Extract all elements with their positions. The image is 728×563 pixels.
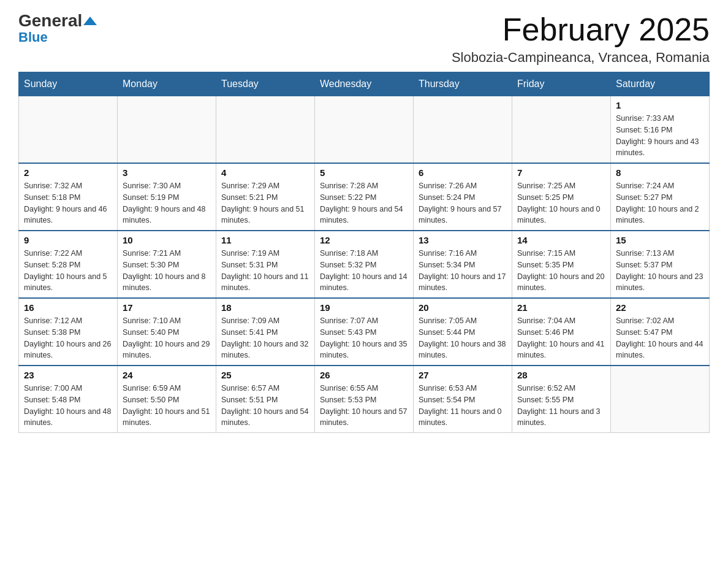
table-row: 26Sunrise: 6:55 AMSunset: 5:53 PMDayligh… — [315, 366, 414, 433]
day-info: Sunrise: 7:12 AMSunset: 5:38 PMDaylight:… — [24, 315, 112, 361]
day-info: Sunrise: 7:29 AMSunset: 5:21 PMDaylight:… — [221, 180, 309, 226]
table-row — [315, 96, 414, 164]
table-row: 13Sunrise: 7:16 AMSunset: 5:34 PMDayligh… — [414, 231, 512, 298]
table-row — [611, 366, 710, 433]
header-monday: Monday — [118, 72, 216, 96]
day-info: Sunrise: 7:25 AMSunset: 5:25 PMDaylight:… — [517, 180, 605, 226]
day-info: Sunrise: 7:10 AMSunset: 5:40 PMDaylight:… — [123, 315, 211, 361]
logo: General Blue — [18, 12, 97, 45]
day-number: 4 — [221, 167, 309, 178]
day-info: Sunrise: 6:59 AMSunset: 5:50 PMDaylight:… — [123, 383, 211, 429]
table-row: 5Sunrise: 7:28 AMSunset: 5:22 PMDaylight… — [315, 163, 414, 231]
day-number: 10 — [123, 235, 211, 245]
day-number: 16 — [24, 302, 112, 313]
day-info: Sunrise: 6:53 AMSunset: 5:54 PMDaylight:… — [419, 383, 507, 429]
day-number: 28 — [517, 370, 605, 380]
day-info: Sunrise: 7:07 AMSunset: 5:43 PMDaylight:… — [320, 315, 408, 361]
table-row — [118, 96, 216, 164]
day-info: Sunrise: 7:22 AMSunset: 5:28 PMDaylight:… — [24, 248, 112, 294]
day-info: Sunrise: 7:13 AMSunset: 5:37 PMDaylight:… — [616, 248, 704, 294]
table-row: 19Sunrise: 7:07 AMSunset: 5:43 PMDayligh… — [315, 298, 414, 366]
table-row — [512, 96, 611, 164]
day-info: Sunrise: 7:21 AMSunset: 5:30 PMDaylight:… — [123, 248, 211, 294]
day-number: 1 — [616, 100, 704, 110]
table-row: 28Sunrise: 6:52 AMSunset: 5:55 PMDayligh… — [512, 366, 611, 433]
day-number: 17 — [123, 302, 211, 313]
calendar-header-row: Sunday Monday Tuesday Wednesday Thursday… — [19, 72, 710, 96]
calendar-week-row: 2Sunrise: 7:32 AMSunset: 5:18 PMDaylight… — [19, 163, 710, 231]
table-row: 20Sunrise: 7:05 AMSunset: 5:44 PMDayligh… — [414, 298, 512, 366]
table-row: 23Sunrise: 7:00 AMSunset: 5:48 PMDayligh… — [19, 366, 118, 433]
table-row: 24Sunrise: 6:59 AMSunset: 5:50 PMDayligh… — [118, 366, 216, 433]
header-friday: Friday — [512, 72, 611, 96]
day-number: 9 — [24, 235, 112, 245]
table-row — [19, 96, 118, 164]
calendar-week-row: 9Sunrise: 7:22 AMSunset: 5:28 PMDaylight… — [19, 231, 710, 298]
page-header: General Blue February 2025 Slobozia-Camp… — [18, 12, 710, 66]
table-row: 27Sunrise: 6:53 AMSunset: 5:54 PMDayligh… — [414, 366, 512, 433]
table-row: 17Sunrise: 7:10 AMSunset: 5:40 PMDayligh… — [118, 298, 216, 366]
day-number: 20 — [419, 302, 507, 313]
day-number: 18 — [221, 302, 309, 313]
calendar-week-row: 16Sunrise: 7:12 AMSunset: 5:38 PMDayligh… — [19, 298, 710, 366]
header-tuesday: Tuesday — [216, 72, 315, 96]
table-row: 6Sunrise: 7:26 AMSunset: 5:24 PMDaylight… — [414, 163, 512, 231]
month-title: February 2025 — [452, 12, 710, 47]
day-number: 25 — [221, 370, 309, 380]
logo-general-text: General — [18, 12, 82, 29]
day-number: 23 — [24, 370, 112, 380]
day-info: Sunrise: 7:30 AMSunset: 5:19 PMDaylight:… — [123, 180, 211, 226]
day-info: Sunrise: 7:00 AMSunset: 5:48 PMDaylight:… — [24, 383, 112, 429]
day-number: 15 — [616, 235, 704, 245]
day-number: 11 — [221, 235, 309, 245]
day-number: 19 — [320, 302, 408, 313]
day-number: 12 — [320, 235, 408, 245]
table-row: 1Sunrise: 7:33 AMSunset: 5:16 PMDaylight… — [611, 96, 710, 164]
header-wednesday: Wednesday — [315, 72, 414, 96]
table-row: 2Sunrise: 7:32 AMSunset: 5:18 PMDaylight… — [19, 163, 118, 231]
day-info: Sunrise: 6:52 AMSunset: 5:55 PMDaylight:… — [517, 383, 605, 429]
day-info: Sunrise: 6:57 AMSunset: 5:51 PMDaylight:… — [221, 383, 309, 429]
table-row: 8Sunrise: 7:24 AMSunset: 5:27 PMDaylight… — [611, 163, 710, 231]
day-number: 7 — [517, 167, 605, 178]
table-row: 22Sunrise: 7:02 AMSunset: 5:47 PMDayligh… — [611, 298, 710, 366]
day-number: 6 — [419, 167, 507, 178]
table-row: 18Sunrise: 7:09 AMSunset: 5:41 PMDayligh… — [216, 298, 315, 366]
day-number: 26 — [320, 370, 408, 380]
table-row: 11Sunrise: 7:19 AMSunset: 5:31 PMDayligh… — [216, 231, 315, 298]
table-row: 25Sunrise: 6:57 AMSunset: 5:51 PMDayligh… — [216, 366, 315, 433]
day-number: 13 — [419, 235, 507, 245]
day-info: Sunrise: 7:15 AMSunset: 5:35 PMDaylight:… — [517, 248, 605, 294]
day-number: 3 — [123, 167, 211, 178]
calendar-table: Sunday Monday Tuesday Wednesday Thursday… — [18, 72, 710, 433]
location-text: Slobozia-Campineanca, Vrancea, Romania — [452, 50, 710, 66]
table-row: 9Sunrise: 7:22 AMSunset: 5:28 PMDaylight… — [19, 231, 118, 298]
day-info: Sunrise: 7:24 AMSunset: 5:27 PMDaylight:… — [616, 180, 704, 226]
table-row: 3Sunrise: 7:30 AMSunset: 5:19 PMDaylight… — [118, 163, 216, 231]
day-info: Sunrise: 7:05 AMSunset: 5:44 PMDaylight:… — [419, 315, 507, 361]
day-info: Sunrise: 7:02 AMSunset: 5:47 PMDaylight:… — [616, 315, 704, 361]
header-sunday: Sunday — [19, 72, 118, 96]
table-row: 12Sunrise: 7:18 AMSunset: 5:32 PMDayligh… — [315, 231, 414, 298]
day-number: 14 — [517, 235, 605, 245]
day-info: Sunrise: 7:33 AMSunset: 5:16 PMDaylight:… — [616, 113, 704, 159]
calendar-week-row: 1Sunrise: 7:33 AMSunset: 5:16 PMDaylight… — [19, 96, 710, 164]
day-number: 8 — [616, 167, 704, 178]
table-row: 16Sunrise: 7:12 AMSunset: 5:38 PMDayligh… — [19, 298, 118, 366]
day-info: Sunrise: 7:16 AMSunset: 5:34 PMDaylight:… — [419, 248, 507, 294]
title-section: February 2025 Slobozia-Campineanca, Vran… — [452, 12, 710, 66]
table-row: 7Sunrise: 7:25 AMSunset: 5:25 PMDaylight… — [512, 163, 611, 231]
table-row: 4Sunrise: 7:29 AMSunset: 5:21 PMDaylight… — [216, 163, 315, 231]
day-info: Sunrise: 7:09 AMSunset: 5:41 PMDaylight:… — [221, 315, 309, 361]
day-number: 21 — [517, 302, 605, 313]
header-thursday: Thursday — [414, 72, 512, 96]
table-row: 14Sunrise: 7:15 AMSunset: 5:35 PMDayligh… — [512, 231, 611, 298]
table-row: 10Sunrise: 7:21 AMSunset: 5:30 PMDayligh… — [118, 231, 216, 298]
table-row — [216, 96, 315, 164]
table-row: 21Sunrise: 7:04 AMSunset: 5:46 PMDayligh… — [512, 298, 611, 366]
logo-blue-text: Blue — [18, 29, 48, 45]
header-saturday: Saturday — [611, 72, 710, 96]
day-info: Sunrise: 7:19 AMSunset: 5:31 PMDaylight:… — [221, 248, 309, 294]
svg-marker-0 — [83, 17, 97, 25]
day-info: Sunrise: 6:55 AMSunset: 5:53 PMDaylight:… — [320, 383, 408, 429]
